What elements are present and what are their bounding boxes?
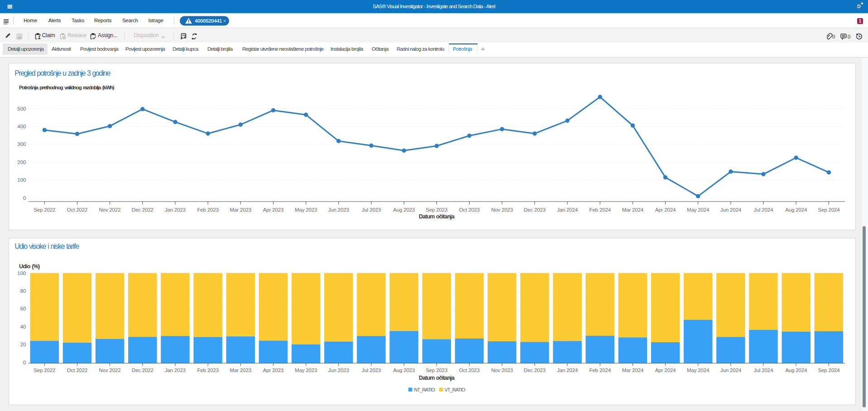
svg-text:Aug 2023: Aug 2023 <box>393 207 415 213</box>
svg-text:Jun 2024: Jun 2024 <box>720 367 742 373</box>
svg-text:Aug 2024: Aug 2024 <box>785 367 807 373</box>
svg-text:Sep 2024: Sep 2024 <box>818 367 840 373</box>
svg-text:Feb 2023: Feb 2023 <box>197 367 218 373</box>
svg-text:May 2024: May 2024 <box>687 367 710 373</box>
svg-text:May 2023: May 2023 <box>295 367 317 373</box>
svg-text:Feb 2024: Feb 2024 <box>589 367 611 373</box>
svg-text:40: 40 <box>20 324 26 329</box>
svg-text:400: 400 <box>17 124 26 129</box>
svg-text:80: 80 <box>20 288 26 294</box>
svg-text:Sep 2023: Sep 2023 <box>426 207 447 213</box>
svg-text:Nov 2022: Nov 2022 <box>99 367 121 373</box>
svg-text:Jan 2023: Jan 2023 <box>165 207 186 213</box>
svg-text:20: 20 <box>20 342 26 347</box>
svg-text:Sep 2023: Sep 2023 <box>426 367 447 373</box>
svg-text:Dec 2023: Dec 2023 <box>524 367 546 373</box>
svg-text:Jun 2023: Jun 2023 <box>328 367 349 373</box>
svg-text:Datum očitanja: Datum očitanja <box>419 213 455 220</box>
svg-text:200: 200 <box>17 160 26 165</box>
svg-text:Apr 2023: Apr 2023 <box>263 367 283 373</box>
svg-text:Aug 2024: Aug 2024 <box>785 207 807 213</box>
svg-text:Sep 2024: Sep 2024 <box>818 207 840 213</box>
svg-text:Dec 2023: Dec 2023 <box>524 207 546 213</box>
svg-text:Datum očitanja: Datum očitanja <box>419 375 455 381</box>
svg-text:0: 0 <box>23 195 26 201</box>
svg-text:Apr 2023: Apr 2023 <box>263 207 283 213</box>
svg-text:Apr 2024: Apr 2024 <box>655 207 676 213</box>
svg-text:Nov 2022: Nov 2022 <box>99 207 121 213</box>
svg-text:Mar 2024: Mar 2024 <box>622 207 644 213</box>
svg-text:Udio visoke i niske tarife: Udio visoke i niske tarife <box>14 242 79 250</box>
svg-text:500: 500 <box>17 106 26 111</box>
svg-text:Nov 2023: Nov 2023 <box>491 367 513 373</box>
svg-text:Oct 2023: Oct 2023 <box>459 207 480 213</box>
svg-text:0: 0 <box>832 34 835 39</box>
svg-text:NT_RATIO: NT_RATIO <box>414 387 435 392</box>
svg-text:Pregled potrošnje u zadnje 3 g: Pregled potrošnje u zadnje 3 godine <box>14 69 110 77</box>
svg-text:Jul 2023: Jul 2023 <box>362 207 381 213</box>
svg-text:Oct 2022: Oct 2022 <box>67 367 87 373</box>
svg-text:Aug 2023: Aug 2023 <box>393 367 415 373</box>
svg-text:Nov 2023: Nov 2023 <box>491 207 513 213</box>
svg-text:Jul 2023: Jul 2023 <box>362 367 381 373</box>
svg-text:D: D <box>857 4 861 9</box>
svg-text:0: 0 <box>848 34 850 39</box>
svg-text:Jan 2024: Jan 2024 <box>557 367 578 373</box>
svg-text:Jul 2024: Jul 2024 <box>754 367 773 373</box>
svg-text:Jun 2023: Jun 2023 <box>328 207 349 213</box>
svg-text:Mar 2023: Mar 2023 <box>230 207 251 213</box>
svg-text:Dec 2022: Dec 2022 <box>132 207 153 213</box>
svg-text:60: 60 <box>20 306 26 311</box>
svg-text:Mar 2023: Mar 2023 <box>230 367 251 373</box>
svg-text:Udio (%): Udio (%) <box>19 263 40 270</box>
svg-text:May 2023: May 2023 <box>295 207 317 213</box>
svg-text:Apr 2024: Apr 2024 <box>655 367 676 373</box>
svg-text:4000520441: 4000520441 <box>195 18 222 24</box>
svg-text:100: 100 <box>17 271 26 276</box>
svg-text:Mar 2024: Mar 2024 <box>622 367 644 373</box>
svg-text:Oct 2023: Oct 2023 <box>459 367 480 373</box>
svg-text:Jul 2024: Jul 2024 <box>754 207 773 213</box>
svg-text:Sep 2022: Sep 2022 <box>34 367 55 373</box>
svg-text:Potrošnja prethodnog validnog: Potrošnja prethodnog validnog razdoblja … <box>19 85 115 90</box>
svg-text:May 2024: May 2024 <box>687 207 710 213</box>
svg-text:Feb 2023: Feb 2023 <box>197 207 218 213</box>
svg-text:Oct 2022: Oct 2022 <box>67 207 87 213</box>
svg-text:0: 0 <box>23 360 26 365</box>
svg-text:1: 1 <box>859 19 862 24</box>
svg-text:×: × <box>223 18 226 24</box>
svg-text:100: 100 <box>17 177 26 183</box>
svg-text:Jan 2024: Jan 2024 <box>557 207 578 213</box>
svg-text:Dec 2022: Dec 2022 <box>132 367 153 373</box>
svg-text:Jan 2023: Jan 2023 <box>165 367 186 373</box>
svg-text:Feb 2024: Feb 2024 <box>589 207 611 213</box>
svg-text:300: 300 <box>17 141 26 147</box>
svg-text:Sep 2022: Sep 2022 <box>34 207 55 213</box>
svg-text:VT_RATIO: VT_RATIO <box>445 387 465 392</box>
svg-text:Jun 2024: Jun 2024 <box>720 207 742 213</box>
